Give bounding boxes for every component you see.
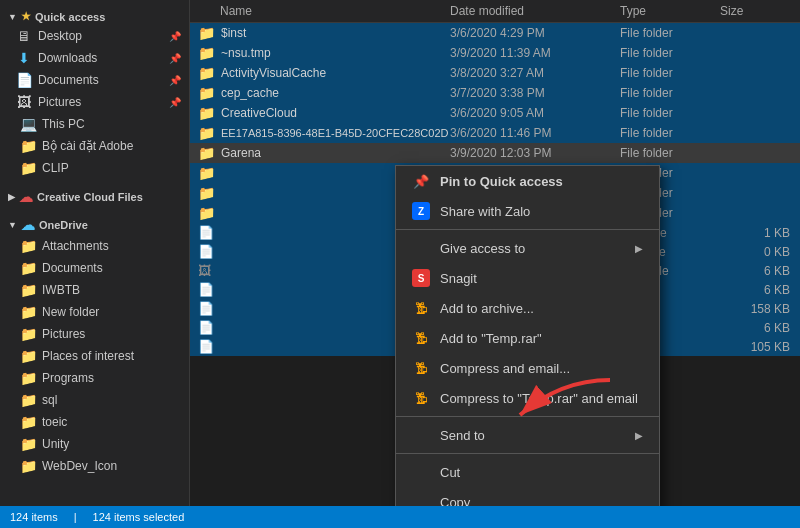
sidebar-item-label: CLIP [42,161,181,175]
onedrive-header[interactable]: ▼ ☁ OneDrive [0,211,189,235]
folder-icon: 📁 [20,348,36,364]
file-date: 3/9/2020 11:39 AM [450,46,620,60]
folder-icon: 📁 [20,260,36,276]
sidebar-item-webdev[interactable]: 📁 WebDev_Icon [0,455,189,477]
file-icon: 📄 [198,244,214,259]
table-row[interactable]: 📁Garena 3/9/2020 12:03 PM File folder [190,143,800,163]
ctx-label: Add to archive... [440,301,534,316]
sidebar-item-sql[interactable]: 📁 sql [0,389,189,411]
quick-access-label: Quick access [35,11,105,23]
sidebar-item-new-folder[interactable]: 📁 New folder [0,301,189,323]
items-count: 124 items [10,511,58,523]
ctx-compress-temp-email[interactable]: 🗜 Compress to "Temp.rar" and email [396,383,659,413]
table-row[interactable]: 📁CreativeCloud 3/6/2020 9:05 AM File fol… [190,103,800,123]
ctx-add-archive[interactable]: 🗜 Add to archive... [396,293,659,323]
sidebar-item-documents-od[interactable]: 📁 Documents [0,257,189,279]
sidebar-item-programs[interactable]: 📁 Programs [0,367,189,389]
ctx-add-temp-rar[interactable]: 🗜 Add to "Temp.rar" [396,323,659,353]
sidebar-item-documents[interactable]: 📄 Documents 📌 [0,69,189,91]
sidebar-item-label: This PC [42,117,181,131]
file-size: 6 KB [720,264,800,278]
ctx-separator [396,229,659,230]
desktop-icon: 🖥 [16,28,32,44]
sidebar-item-attachments[interactable]: 📁 Attachments [0,235,189,257]
folder-icon: 📁 [198,105,215,121]
sidebar-item-desktop[interactable]: 🖥 Desktop 📌 [0,25,189,47]
status-bar: 124 items | 124 items selected [0,506,800,528]
table-row[interactable]: 📁~nsu.tmp 3/9/2020 11:39 AM File folder [190,43,800,63]
cut-icon [412,463,430,481]
ctx-pin-to-quick-access[interactable]: 📌 Pin to Quick access [396,166,659,196]
snagit-icon: S [412,269,430,287]
ctx-copy[interactable]: Copy [396,487,659,506]
sidebar-item-places-of-interest[interactable]: 📁 Places of interest [0,345,189,367]
header-name[interactable]: Name [190,4,450,18]
pictures-icon: 🖼 [16,94,32,110]
file-name: $inst [221,26,246,40]
file-size: 0 KB [720,245,800,259]
access-icon [412,239,430,257]
sidebar-item-adobe[interactable]: 📁 Bộ cài đặt Adobe [0,135,189,157]
table-row[interactable]: 📁ActivityVisualCache 3/8/2020 3:27 AM Fi… [190,63,800,83]
file-type: File folder [620,86,720,100]
table-row[interactable]: 📁$inst 3/6/2020 4:29 PM File folder [190,23,800,43]
creative-cloud-header[interactable]: ▶ ☁ Creative Cloud Files [0,183,189,207]
sidebar-item-clip[interactable]: 📁 CLIP [0,157,189,179]
ctx-cut[interactable]: Cut [396,457,659,487]
sidebar-item-unity[interactable]: 📁 Unity [0,433,189,455]
folder-icon: 📁 [20,138,36,154]
folder-icon: 📁 [20,160,36,176]
ctx-snagit[interactable]: S Snagit [396,263,659,293]
pin-icon: 📌 [169,75,181,86]
folder-icon: 📁 [198,65,215,81]
table-row[interactable]: 📁cep_cache 3/7/2020 3:38 PM File folder [190,83,800,103]
sidebar-item-label: Pictures [42,327,181,341]
cc-icon: ☁ [19,189,33,205]
file-date: 3/8/2020 3:27 AM [450,66,620,80]
file-name: cep_cache [221,86,279,100]
file-icon: 📄 [198,225,214,240]
chevron-down-icon: ▼ [8,220,17,230]
file-type: File folder [620,106,720,120]
sidebar-item-pictures[interactable]: 🖼 Pictures 📌 [0,91,189,113]
sidebar-item-pictures-od[interactable]: 📁 Pictures [0,323,189,345]
header-type[interactable]: Type [620,4,720,18]
sidebar-item-toeic[interactable]: 📁 toeic [0,411,189,433]
file-date: 3/6/2020 11:46 PM [450,126,620,140]
pc-icon: 💻 [20,116,36,132]
ctx-separator [396,416,659,417]
sidebar-item-thispc[interactable]: 💻 This PC [0,113,189,135]
sidebar-item-downloads[interactable]: ⬇ Downloads 📌 [0,47,189,69]
onedrive-icon: ☁ [21,217,35,233]
folder-icon: 📁 [20,370,36,386]
separator: | [74,511,77,523]
ctx-label: Snagit [440,271,477,286]
ctx-give-access[interactable]: Give access to ▶ [396,233,659,263]
file-type: File folder [620,66,720,80]
ctx-label: Cut [440,465,460,480]
file-date: 3/6/2020 4:29 PM [450,26,620,40]
folder-icon: 📁 [198,45,215,61]
header-date[interactable]: Date modified [450,4,620,18]
sidebar-item-label: sql [42,393,181,407]
table-row[interactable]: 📁EE17A815-8396-48E1-B45D-20CFEC28C02D 3/… [190,123,800,143]
archive-icon: 🗜 [412,299,430,317]
context-menu: 📌 Pin to Quick access Z Share with Zalo … [395,165,660,506]
sidebar-item-label: toeic [42,415,181,429]
sidebar-item-iwbtb[interactable]: 📁 IWBTB [0,279,189,301]
archive-icon: 🗜 [412,389,430,407]
ctx-share-zalo[interactable]: Z Share with Zalo [396,196,659,226]
folder-icon: 📁 [20,458,36,474]
file-icon: 🖼 [198,263,211,278]
sidebar-item-label: Pictures [38,95,163,109]
file-size: 158 KB [720,302,800,316]
quick-access-header[interactable]: ▼ ★ Quick access [0,4,189,25]
submenu-arrow-icon: ▶ [635,243,643,254]
sidebar-item-label: Unity [42,437,181,451]
ctx-compress-email[interactable]: 🗜 Compress and email... [396,353,659,383]
header-size[interactable]: Size [720,4,800,18]
file-name: CreativeCloud [221,106,297,120]
pin-icon: 📌 [169,97,181,108]
ctx-send-to[interactable]: Send to ▶ [396,420,659,450]
ctx-label: Send to [440,428,485,443]
